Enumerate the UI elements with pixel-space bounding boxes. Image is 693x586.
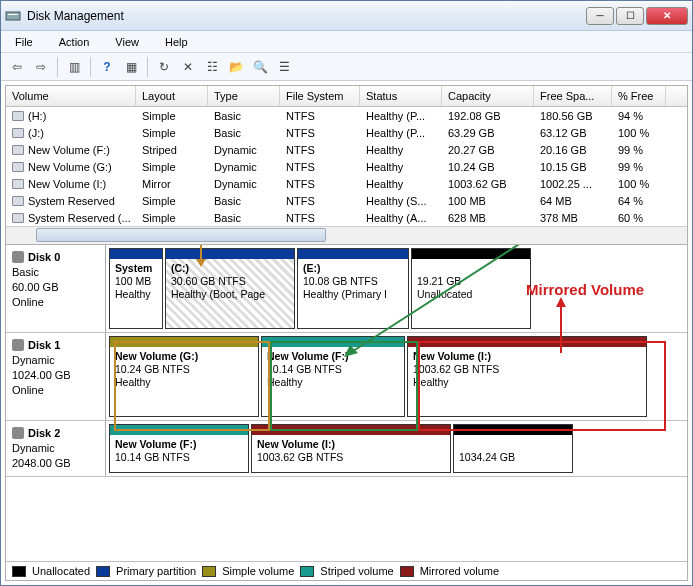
disk-label[interactable]: Disk 2Dynamic2048.00 GB bbox=[6, 421, 106, 476]
volume-box[interactable]: 1034.24 GB bbox=[453, 424, 573, 473]
volume-list-header: Volume Layout Type File System Status Ca… bbox=[6, 86, 687, 107]
help-button[interactable]: ? bbox=[97, 57, 117, 77]
svg-rect-1 bbox=[8, 14, 18, 15]
toolbar: ⇦ ⇨ ▥ ? ▦ ↻ ✕ ☷ 📂 🔍 ☰ bbox=[1, 53, 692, 81]
grid-button[interactable]: ☰ bbox=[274, 57, 294, 77]
find-button[interactable]: 🔍 bbox=[250, 57, 270, 77]
menu-help[interactable]: Help bbox=[161, 34, 192, 50]
volume-strip: New Volume (F:)10.14 GB NTFSNew Volume (… bbox=[106, 421, 687, 476]
disk-label[interactable]: Disk 1Dynamic1024.00 GBOnline bbox=[6, 333, 106, 420]
legend: UnallocatedPrimary partitionSimple volum… bbox=[6, 561, 687, 580]
volume-box[interactable]: (E:)10.08 GB NTFSHealthy (Primary I bbox=[297, 248, 409, 329]
open-button[interactable]: 📂 bbox=[226, 57, 246, 77]
app-window: Disk Management ─ ☐ ✕ File Action View H… bbox=[0, 0, 693, 586]
legend-swatch bbox=[400, 566, 414, 577]
titlebar[interactable]: Disk Management ─ ☐ ✕ bbox=[1, 1, 692, 31]
menubar: File Action View Help bbox=[1, 31, 692, 53]
volume-row[interactable]: System Reserved Simple Basic NTFS Health… bbox=[6, 192, 687, 209]
volume-box[interactable]: New Volume (F:)10.14 GB NTFS bbox=[109, 424, 249, 473]
legend-swatch bbox=[96, 566, 110, 577]
col-capacity[interactable]: Capacity bbox=[442, 86, 534, 106]
drive-icon bbox=[12, 128, 24, 138]
volume-box[interactable]: New Volume (F:)10.14 GB NTFSHealthy bbox=[261, 336, 405, 417]
col-layout[interactable]: Layout bbox=[136, 86, 208, 106]
disk-label[interactable]: Disk 0Basic60.00 GBOnline bbox=[6, 245, 106, 332]
disk-icon bbox=[12, 427, 24, 439]
legend-label: Mirrored volume bbox=[420, 565, 499, 577]
legend-swatch bbox=[12, 566, 26, 577]
volume-box[interactable]: 19.21 GBUnallocated bbox=[411, 248, 531, 329]
volume-strip: New Volume (G:)10.24 GB NTFSHealthyNew V… bbox=[106, 333, 687, 420]
drive-icon bbox=[12, 179, 24, 189]
drive-icon bbox=[12, 196, 24, 206]
volume-box[interactable]: New Volume (I:)1003.62 GB NTFSHealthy bbox=[407, 336, 647, 417]
disk-graphic-panel: Disk 0Basic60.00 GBOnlineSystem100 MBHea… bbox=[5, 245, 688, 581]
forward-button[interactable]: ⇨ bbox=[31, 57, 51, 77]
disk-row: Disk 2Dynamic2048.00 GBNew Volume (F:)10… bbox=[6, 421, 687, 477]
volume-row[interactable]: New Volume (G:) Simple Dynamic NTFS Heal… bbox=[6, 158, 687, 175]
maximize-button[interactable]: ☐ bbox=[616, 7, 644, 25]
col-volume[interactable]: Volume bbox=[6, 86, 136, 106]
disk-icon bbox=[12, 251, 24, 263]
app-icon bbox=[5, 8, 21, 24]
disk-icon bbox=[12, 339, 24, 351]
legend-label: Primary partition bbox=[116, 565, 196, 577]
legend-label: Simple volume bbox=[222, 565, 294, 577]
volume-strip: System100 MBHealthy(C:)30.60 GB NTFSHeal… bbox=[106, 245, 687, 332]
delete-button[interactable]: ✕ bbox=[178, 57, 198, 77]
col-type[interactable]: Type bbox=[208, 86, 280, 106]
minimize-button[interactable]: ─ bbox=[586, 7, 614, 25]
drive-icon bbox=[12, 111, 24, 121]
volume-list: Volume Layout Type File System Status Ca… bbox=[5, 85, 688, 245]
volume-row[interactable]: New Volume (I:) Mirror Dynamic NTFS Heal… bbox=[6, 175, 687, 192]
volume-box[interactable]: New Volume (I:)1003.62 GB NTFS bbox=[251, 424, 451, 473]
volume-box[interactable]: System100 MBHealthy bbox=[109, 248, 163, 329]
menu-view[interactable]: View bbox=[111, 34, 143, 50]
scrollbar-thumb[interactable] bbox=[36, 228, 326, 242]
refresh-button[interactable]: ↻ bbox=[154, 57, 174, 77]
rescan-button[interactable]: ☷ bbox=[202, 57, 222, 77]
col-filesystem[interactable]: File System bbox=[280, 86, 360, 106]
volume-box[interactable]: New Volume (G:)10.24 GB NTFSHealthy bbox=[109, 336, 259, 417]
col-freespace[interactable]: Free Spa... bbox=[534, 86, 612, 106]
settings-button[interactable]: ▦ bbox=[121, 57, 141, 77]
drive-icon bbox=[12, 162, 24, 172]
col-status[interactable]: Status bbox=[360, 86, 442, 106]
volume-box[interactable]: (C:)30.60 GB NTFSHealthy (Boot, Page bbox=[165, 248, 295, 329]
svg-rect-0 bbox=[6, 12, 20, 20]
legend-label: Striped volume bbox=[320, 565, 393, 577]
legend-swatch bbox=[202, 566, 216, 577]
panel-button[interactable]: ▥ bbox=[64, 57, 84, 77]
volume-row[interactable]: (H:) Simple Basic NTFS Healthy (P... 192… bbox=[6, 107, 687, 124]
menu-file[interactable]: File bbox=[11, 34, 37, 50]
volume-row[interactable]: New Volume (F:) Striped Dynamic NTFS Hea… bbox=[6, 141, 687, 158]
drive-icon bbox=[12, 145, 24, 155]
disk-row: Disk 0Basic60.00 GBOnlineSystem100 MBHea… bbox=[6, 245, 687, 333]
volume-row[interactable]: System Reserved (... Simple Basic NTFS H… bbox=[6, 209, 687, 226]
horizontal-scrollbar[interactable] bbox=[6, 226, 687, 244]
legend-label: Unallocated bbox=[32, 565, 90, 577]
disk-row: Disk 1Dynamic1024.00 GBOnlineNew Volume … bbox=[6, 333, 687, 421]
window-title: Disk Management bbox=[27, 9, 586, 23]
legend-swatch bbox=[300, 566, 314, 577]
drive-icon bbox=[12, 213, 24, 223]
back-button[interactable]: ⇦ bbox=[7, 57, 27, 77]
col-pctfree[interactable]: % Free bbox=[612, 86, 666, 106]
content-area: Volume Layout Type File System Status Ca… bbox=[1, 81, 692, 585]
close-button[interactable]: ✕ bbox=[646, 7, 688, 25]
volume-row[interactable]: (J:) Simple Basic NTFS Healthy (P... 63.… bbox=[6, 124, 687, 141]
menu-action[interactable]: Action bbox=[55, 34, 94, 50]
